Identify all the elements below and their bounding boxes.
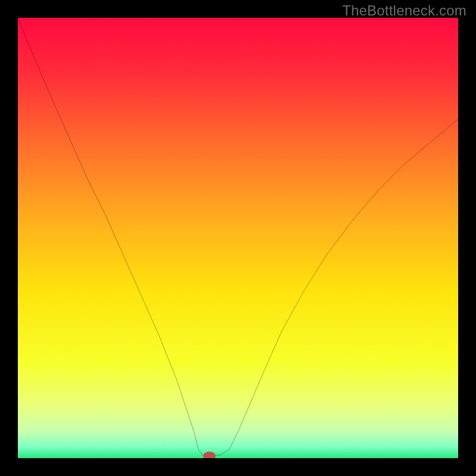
chart-svg [18, 18, 458, 458]
watermark-text: TheBottleneck.com [342, 2, 466, 19]
plot-area [18, 18, 458, 458]
chart-frame: TheBottleneck.com [0, 0, 476, 476]
chart-background [18, 18, 458, 458]
